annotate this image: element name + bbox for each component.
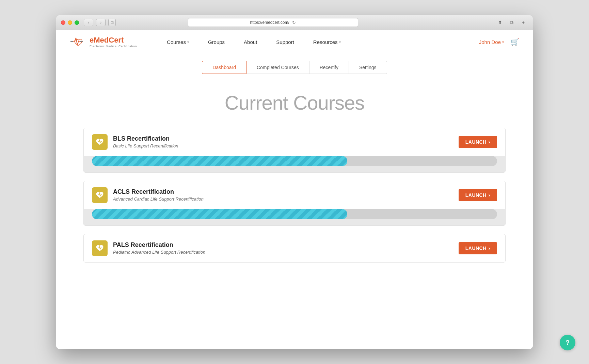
course-subtitle-pals: Pediatric Advanced Life Support Recertif…	[113, 250, 453, 255]
browser-titlebar: ‹ › ⊡ https://emedcert.com/ ↻ ⬆ ⧉ +	[56, 15, 533, 30]
course-icon-acls	[92, 187, 108, 203]
nav-courses[interactable]: Courses ▾	[157, 30, 198, 54]
course-card-pals: PALS Recertification Pediatric Advanced …	[83, 234, 506, 263]
tab-dashboard[interactable]: Dashboard	[202, 61, 246, 74]
add-tab-button[interactable]: ⧉	[507, 19, 516, 26]
logo-name: eMedCert	[90, 36, 137, 45]
page: eMedCert Electronic Medical Certificatio…	[56, 30, 533, 349]
help-button[interactable]: ?	[560, 335, 575, 350]
reload-icon[interactable]: ↻	[292, 20, 296, 25]
course-icon-pals	[92, 240, 108, 256]
url-text: https://emedcert.com/	[250, 20, 289, 25]
minimize-button[interactable]	[68, 20, 72, 25]
groups-label: Groups	[208, 39, 225, 45]
support-label: Support	[276, 39, 294, 45]
logo-tagline: Electronic Medical Certification	[90, 45, 137, 48]
progress-track-acls	[92, 209, 497, 219]
sub-nav: Dashboard Completed Courses Recertify Se…	[56, 54, 533, 81]
logo-prefix: e	[90, 36, 94, 44]
logo: eMedCert Electronic Medical Certificatio…	[70, 35, 137, 49]
nav-groups[interactable]: Groups	[198, 30, 234, 54]
progress-fill-acls	[92, 209, 347, 219]
course-info-bls: BLS Recertification Basic Life Support R…	[113, 135, 453, 148]
browser-actions: ⬆ ⧉ +	[495, 19, 528, 26]
course-card-pals-header: PALS Recertification Pediatric Advanced …	[84, 234, 505, 262]
course-progress-acls	[84, 209, 505, 225]
course-card-acls-header: ACLS Recertification Advanced Cardiac Li…	[84, 181, 505, 209]
progress-fill-bls	[92, 156, 347, 166]
course-subtitle-bls: Basic Life Support Recertification	[113, 143, 453, 148]
launch-button-bls[interactable]: LAUNCH ›	[459, 136, 497, 148]
cart-button[interactable]: 🛒	[511, 38, 519, 46]
tab-settings[interactable]: Settings	[349, 61, 387, 74]
tab-view-button[interactable]: ⊡	[108, 19, 116, 26]
nav-resources[interactable]: Resources ▾	[304, 30, 350, 54]
resources-label: Resources	[313, 39, 338, 45]
fullscreen-button[interactable]	[75, 20, 79, 25]
tab-completed-courses[interactable]: Completed Courses	[246, 61, 309, 74]
nav-links: Courses ▾ Groups About Support Resources…	[157, 30, 479, 54]
tab-recertify[interactable]: Recertify	[309, 61, 349, 74]
new-tab-plus-button[interactable]: +	[519, 19, 528, 26]
user-name: John Doe	[479, 39, 501, 45]
course-subtitle-acls: Advanced Cardiac Life Support Recertific…	[113, 196, 453, 202]
course-title-bls: BLS Recertification	[113, 135, 453, 142]
logo-suffix: MedCert	[94, 36, 124, 44]
about-label: About	[244, 39, 257, 45]
progress-track-bls	[92, 156, 497, 166]
url-bar[interactable]: https://emedcert.com/ ↻	[188, 18, 358, 27]
course-progress-bls	[84, 156, 505, 172]
courses-label: Courses	[167, 39, 186, 45]
course-card-bls-header: BLS Recertification Basic Life Support R…	[84, 128, 505, 156]
user-menu[interactable]: John Doe ▾	[479, 39, 504, 45]
resources-chevron: ▾	[339, 40, 341, 44]
back-button[interactable]: ‹	[84, 19, 93, 26]
page-title: Current Courses	[83, 91, 506, 114]
courses-chevron: ▾	[187, 40, 189, 44]
launch-button-pals[interactable]: LAUNCH ›	[459, 242, 497, 254]
share-button[interactable]: ⬆	[495, 19, 505, 26]
logo-text: eMedCert Electronic Medical Certificatio…	[90, 36, 137, 48]
logo-icon	[70, 35, 87, 49]
close-button[interactable]	[61, 20, 65, 25]
course-info-pals: PALS Recertification Pediatric Advanced …	[113, 241, 453, 255]
course-icon-bls	[92, 134, 108, 150]
traffic-lights	[61, 20, 79, 25]
forward-button[interactable]: ›	[96, 19, 106, 26]
launch-button-acls[interactable]: LAUNCH ›	[459, 189, 497, 201]
browser-window: ‹ › ⊡ https://emedcert.com/ ↻ ⬆ ⧉ +	[56, 15, 533, 349]
nav-about[interactable]: About	[234, 30, 267, 54]
course-card-acls: ACLS Recertification Advanced Cardiac Li…	[83, 181, 506, 226]
course-title-acls: ACLS Recertification	[113, 188, 453, 195]
nav-support[interactable]: Support	[267, 30, 304, 54]
course-title-pals: PALS Recertification	[113, 241, 453, 249]
course-card-bls: BLS Recertification Basic Life Support R…	[83, 128, 506, 173]
user-chevron: ▾	[502, 40, 504, 44]
course-info-acls: ACLS Recertification Advanced Cardiac Li…	[113, 188, 453, 202]
main-content: Current Courses BLS Recertification Basi…	[56, 81, 533, 291]
top-nav: eMedCert Electronic Medical Certificatio…	[56, 30, 533, 54]
